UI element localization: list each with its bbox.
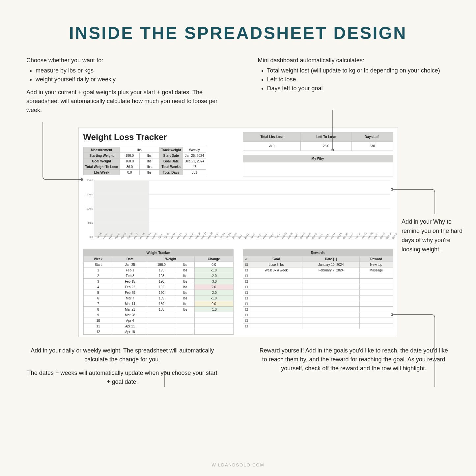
- cell[interactable]: [360, 318, 393, 323]
- cell[interactable]: [360, 295, 393, 301]
- table-row[interactable]: 1Feb 1195lbs-1.0: [83, 267, 233, 273]
- cell[interactable]: [147, 318, 176, 323]
- callout-intro: Mini dashboard automatically calculates:: [258, 56, 450, 65]
- rewards-table[interactable]: Rewards ✓ Goal Date [1] Reward ☑Lose 5 l…: [243, 249, 393, 329]
- cell[interactable]: 189: [147, 301, 176, 307]
- cell[interactable]: 189: [147, 295, 176, 301]
- cell[interactable]: Massage: [360, 267, 393, 273]
- cell[interactable]: [302, 312, 360, 318]
- cell[interactable]: 196.0: [120, 153, 139, 158]
- cell[interactable]: [250, 323, 302, 329]
- cell[interactable]: [302, 295, 360, 301]
- cell[interactable]: [360, 284, 393, 290]
- cell[interactable]: [360, 301, 393, 307]
- cell[interactable]: New top: [360, 262, 393, 267]
- cell[interactable]: [302, 284, 360, 290]
- table-row[interactable]: 7Mar 14189lbs0.0: [83, 301, 233, 307]
- table-row[interactable]: ☐: [243, 295, 393, 301]
- reward-checkbox[interactable]: ☑: [243, 262, 250, 267]
- cell[interactable]: [250, 295, 302, 301]
- table-row[interactable]: StartJan 25196.0lbs0.0: [83, 262, 233, 267]
- cell[interactable]: Dec 21, 2024: [183, 158, 206, 164]
- reward-checkbox[interactable]: ☐: [243, 307, 250, 312]
- table-row[interactable]: ☐: [243, 323, 393, 329]
- cell[interactable]: [302, 290, 360, 295]
- cell[interactable]: [302, 273, 360, 279]
- callout-bullet: weight yourself daily or weekly: [36, 75, 218, 84]
- cell[interactable]: [302, 323, 360, 329]
- table-row[interactable]: ☐: [243, 307, 393, 312]
- table-row[interactable]: 8Mar 21188lbs-1.0: [83, 307, 233, 312]
- weight-tracker-table[interactable]: Weight Tracker Week Date Weight Change S…: [83, 249, 234, 335]
- cell[interactable]: 196.0: [147, 262, 176, 267]
- cell[interactable]: January 10, 2024: [302, 262, 360, 267]
- table-row[interactable]: 2Feb 8193lbs-2.0: [83, 273, 233, 279]
- table-row[interactable]: ☐Walk 3x a weekFebruary 7, 2024Massage: [243, 267, 393, 273]
- table-row[interactable]: ☐: [243, 301, 393, 307]
- cell[interactable]: [302, 318, 360, 323]
- cell[interactable]: 188: [147, 307, 176, 312]
- table-row[interactable]: 4Feb 22192lbs2.0: [83, 284, 233, 290]
- reward-checkbox[interactable]: ☐: [243, 267, 250, 273]
- cell[interactable]: [250, 318, 302, 323]
- table-row[interactable]: 12Apr 18: [83, 329, 233, 335]
- reward-checkbox[interactable]: ☐: [243, 295, 250, 301]
- cell[interactable]: 195: [147, 267, 176, 273]
- reward-checkbox[interactable]: ☐: [243, 290, 250, 295]
- cell[interactable]: Lose 5 lbs: [250, 262, 302, 267]
- cell[interactable]: [360, 290, 393, 295]
- my-why-box[interactable]: My Why: [243, 155, 393, 177]
- cell[interactable]: 193: [147, 273, 176, 279]
- cell[interactable]: 190: [147, 290, 176, 295]
- cell[interactable]: [360, 279, 393, 284]
- cell[interactable]: [302, 279, 360, 284]
- cell[interactable]: 190: [147, 279, 176, 284]
- cell[interactable]: Weekly: [183, 147, 206, 153]
- cell[interactable]: [250, 279, 302, 284]
- table-row[interactable]: ☐: [243, 312, 393, 318]
- cell[interactable]: February 7, 2024: [302, 267, 360, 273]
- table-row[interactable]: ☐: [243, 318, 393, 323]
- cell[interactable]: [250, 273, 302, 279]
- cell[interactable]: 192: [147, 284, 176, 290]
- cell[interactable]: [147, 312, 176, 318]
- reward-checkbox[interactable]: ☐: [243, 284, 250, 290]
- cell[interactable]: [360, 273, 393, 279]
- reward-checkbox[interactable]: ☐: [243, 279, 250, 284]
- reward-checkbox[interactable]: ☐: [243, 273, 250, 279]
- cell[interactable]: [360, 307, 393, 312]
- table-row[interactable]: ☐: [243, 290, 393, 295]
- table-row[interactable]: 9Mar 28: [83, 312, 233, 318]
- cell[interactable]: [250, 307, 302, 312]
- reward-checkbox[interactable]: ☐: [243, 323, 250, 329]
- cell[interactable]: lbs: [120, 147, 159, 153]
- cell[interactable]: [302, 307, 360, 312]
- cell[interactable]: [147, 323, 176, 329]
- cell: lbs: [176, 295, 194, 301]
- table-row[interactable]: ☐: [243, 279, 393, 284]
- cell[interactable]: [302, 301, 360, 307]
- reward-checkbox[interactable]: ☐: [243, 312, 250, 318]
- table-row[interactable]: 11Apr 11: [83, 323, 233, 329]
- my-why-body[interactable]: [243, 162, 393, 177]
- reward-checkbox[interactable]: ☐: [243, 318, 250, 323]
- settings-table[interactable]: Measurement lbs Track weight Weekly Star…: [83, 147, 207, 175]
- reward-checkbox[interactable]: ☐: [243, 301, 250, 307]
- table-row[interactable]: 5Feb 29190lbs-2.0: [83, 290, 233, 295]
- cell[interactable]: [250, 290, 302, 295]
- cell[interactable]: [250, 301, 302, 307]
- cell[interactable]: [360, 323, 393, 329]
- cell[interactable]: 160.0: [120, 158, 139, 164]
- cell[interactable]: [147, 329, 176, 335]
- cell[interactable]: [250, 312, 302, 318]
- table-row[interactable]: 3Feb 15190lbs-3.0: [83, 279, 233, 284]
- table-row[interactable]: 10Apr 4: [83, 318, 233, 323]
- cell[interactable]: [360, 312, 393, 318]
- table-row[interactable]: 6Mar 7189lbs-1.0: [83, 295, 233, 301]
- cell[interactable]: Walk 3x a week: [250, 267, 302, 273]
- cell[interactable]: Jan 25, 2024: [183, 153, 206, 158]
- table-row[interactable]: ☑Lose 5 lbsJanuary 10, 2024New top: [243, 262, 393, 267]
- cell[interactable]: [250, 284, 302, 290]
- table-row[interactable]: ☐: [243, 273, 393, 279]
- table-row[interactable]: ☐: [243, 284, 393, 290]
